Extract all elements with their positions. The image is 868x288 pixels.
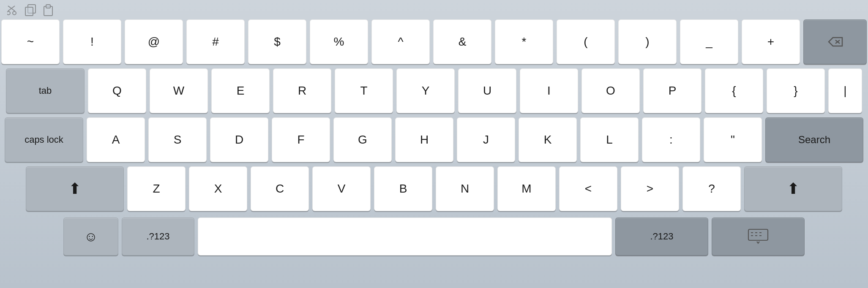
cut-icon[interactable] [7, 5, 19, 16]
key-b[interactable]: B [374, 166, 432, 211]
key-caret[interactable]: ^ [371, 19, 430, 64]
keyboard-dismiss-icon [748, 228, 769, 245]
key-n[interactable]: N [436, 166, 494, 211]
key-u[interactable]: U [458, 68, 516, 113]
key-pipe[interactable]: | [828, 68, 862, 113]
key-num-left[interactable]: .?123 [122, 217, 194, 255]
key-rbrace[interactable]: } [767, 68, 825, 113]
svg-rect-5 [25, 7, 33, 16]
key-g[interactable]: G [333, 117, 392, 162]
key-q[interactable]: Q [88, 68, 146, 113]
key-ampersand[interactable]: & [433, 19, 491, 64]
key-s[interactable]: S [148, 117, 207, 162]
key-w[interactable]: W [150, 68, 208, 113]
symbol-row: ~ ! @ # $ % ^ & * ( ) _ + [3, 19, 865, 64]
key-e[interactable]: E [211, 68, 270, 113]
spacebar-row: ☺ .?123 .?123 [3, 215, 865, 258]
key-p[interactable]: P [643, 68, 701, 113]
key-at[interactable]: @ [125, 19, 183, 64]
key-t[interactable]: T [335, 68, 393, 113]
key-a[interactable]: A [87, 117, 145, 162]
key-x[interactable]: X [189, 166, 247, 211]
key-space[interactable] [198, 217, 612, 255]
asdf-row: caps lock A S D F G H J K L : " Search [3, 117, 865, 162]
key-lbrace[interactable]: { [705, 68, 763, 113]
key-tab[interactable]: tab [6, 68, 85, 113]
paste-icon[interactable] [42, 5, 55, 16]
key-exclaim[interactable]: ! [63, 19, 121, 64]
key-lparen[interactable]: ( [557, 19, 615, 64]
key-lt[interactable]: < [559, 166, 617, 211]
key-colon[interactable]: : [642, 117, 700, 162]
svg-point-3 [13, 11, 16, 15]
key-shift-left[interactable]: ⬆ [26, 166, 124, 211]
key-d[interactable]: D [210, 117, 268, 162]
key-rparen[interactable]: ) [618, 19, 677, 64]
backspace-icon [827, 36, 843, 48]
key-capslock[interactable]: caps lock [5, 117, 83, 162]
toolbar [3, 3, 865, 19]
key-keyboard-dismiss[interactable] [712, 217, 805, 255]
key-k[interactable]: K [519, 117, 577, 162]
key-num-right[interactable]: .?123 [615, 217, 708, 255]
svg-rect-10 [748, 229, 768, 240]
key-z[interactable]: Z [127, 166, 186, 211]
key-asterisk[interactable]: * [495, 19, 553, 64]
copy-icon[interactable] [25, 5, 37, 16]
key-question[interactable]: ? [682, 166, 741, 211]
key-search[interactable]: Search [765, 117, 863, 162]
key-tilde[interactable]: ~ [1, 19, 60, 64]
key-v[interactable]: V [312, 166, 371, 211]
key-j[interactable]: J [457, 117, 515, 162]
qwerty-row: tab Q W E R T Y U I O P { } | [3, 68, 865, 113]
key-m[interactable]: M [497, 166, 556, 211]
key-hash[interactable]: # [186, 19, 245, 64]
key-backspace[interactable] [803, 19, 867, 64]
key-dollar[interactable]: $ [248, 19, 306, 64]
svg-point-2 [7, 11, 10, 15]
key-underscore[interactable]: _ [680, 19, 738, 64]
key-emoji[interactable]: ☺ [63, 217, 118, 255]
key-y[interactable]: Y [396, 68, 455, 113]
keyboard: ~ ! @ # $ % ^ & * ( ) _ + tab Q W E R T … [3, 19, 865, 285]
svg-rect-7 [46, 5, 50, 8]
key-l[interactable]: L [580, 117, 639, 162]
key-percent[interactable]: % [310, 19, 368, 64]
key-plus[interactable]: + [742, 19, 800, 64]
key-f[interactable]: F [272, 117, 330, 162]
key-shift-right[interactable]: ⬆ [744, 166, 842, 211]
key-quote[interactable]: " [704, 117, 762, 162]
key-i[interactable]: I [520, 68, 578, 113]
key-r[interactable]: R [273, 68, 331, 113]
key-c[interactable]: C [251, 166, 309, 211]
zxcv-row: ⬆ Z X C V B N M < > ? ⬆ [3, 166, 865, 211]
key-o[interactable]: O [581, 68, 640, 113]
key-gt[interactable]: > [621, 166, 679, 211]
key-h[interactable]: H [395, 117, 453, 162]
